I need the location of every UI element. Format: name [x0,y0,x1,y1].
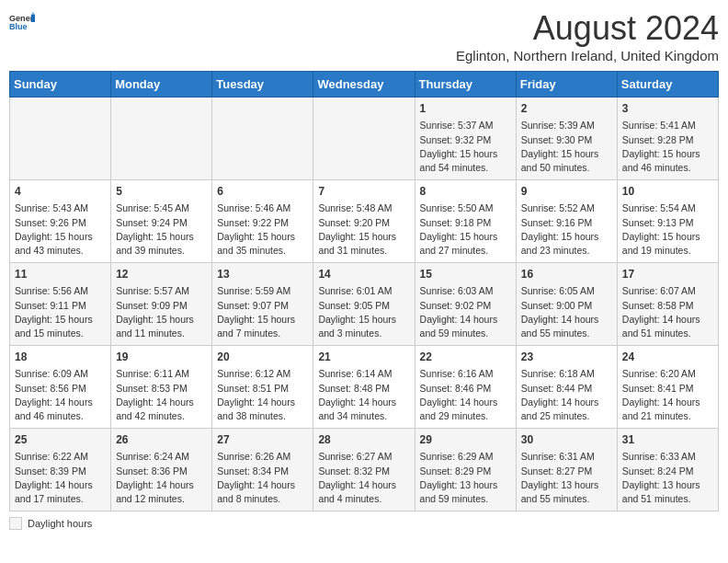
day-number: 29 [420,432,511,448]
day-cell: 5Sunrise: 5:45 AMSunset: 9:24 PMDaylight… [111,180,212,263]
day-number: 21 [318,350,409,365]
cell-info: Sunrise: 5:54 AMSunset: 9:13 PMDaylight:… [622,202,700,256]
day-cell [313,98,415,180]
day-cell: 6Sunrise: 5:46 AMSunset: 9:22 PMDaylight… [212,180,313,263]
cell-info: Sunrise: 5:43 AMSunset: 9:26 PMDaylight:… [15,202,93,256]
week-row-2: 4Sunrise: 5:43 AMSunset: 9:26 PMDaylight… [10,180,719,263]
title-area: August 2024 Eglinton, Northern Ireland, … [456,9,719,63]
day-number: 9 [521,184,612,200]
day-cell: 31Sunrise: 6:33 AMSunset: 8:24 PMDayligh… [617,429,718,511]
day-number: 25 [15,432,106,448]
cell-info: Sunrise: 6:33 AMSunset: 8:24 PMDaylight:… [622,451,700,504]
day-cell: 7Sunrise: 5:48 AMSunset: 9:20 PMDaylight… [313,180,415,263]
daylight-label: Daylight hours [28,518,92,529]
day-number: 27 [217,432,308,448]
day-cell: 27Sunrise: 6:26 AMSunset: 8:34 PMDayligh… [212,429,313,511]
cell-info: Sunrise: 6:24 AMSunset: 8:36 PMDaylight:… [116,451,194,504]
day-number: 5 [116,184,207,200]
day-cell: 26Sunrise: 6:24 AMSunset: 8:36 PMDayligh… [111,429,212,511]
day-cell: 21Sunrise: 6:14 AMSunset: 8:48 PMDayligh… [313,346,415,429]
day-cell: 1Sunrise: 5:37 AMSunset: 9:32 PMDaylight… [415,98,516,180]
day-number: 19 [116,350,207,365]
day-number: 30 [521,432,612,448]
week-row-1: 1Sunrise: 5:37 AMSunset: 9:32 PMDaylight… [10,98,719,180]
day-cell: 29Sunrise: 6:29 AMSunset: 8:29 PMDayligh… [415,429,516,511]
day-cell: 4Sunrise: 5:43 AMSunset: 9:26 PMDaylight… [10,180,111,263]
cell-info: Sunrise: 6:07 AMSunset: 8:58 PMDaylight:… [622,285,700,339]
day-cell: 15Sunrise: 6:03 AMSunset: 9:02 PMDayligh… [415,263,516,346]
day-number: 18 [15,350,106,365]
day-number: 10 [622,184,713,200]
day-cell: 11Sunrise: 5:56 AMSunset: 9:11 PMDayligh… [10,263,111,346]
cell-info: Sunrise: 6:03 AMSunset: 9:02 PMDaylight:… [420,285,498,339]
cell-info: Sunrise: 6:05 AMSunset: 9:00 PMDaylight:… [521,285,599,339]
day-cell: 19Sunrise: 6:11 AMSunset: 8:53 PMDayligh… [111,346,212,429]
day-cell [111,98,212,180]
day-number: 3 [622,101,713,117]
day-number: 4 [15,184,106,200]
cell-info: Sunrise: 5:56 AMSunset: 9:11 PMDaylight:… [15,285,93,339]
day-cell: 10Sunrise: 5:54 AMSunset: 9:13 PMDayligh… [617,180,718,263]
day-cell: 3Sunrise: 5:41 AMSunset: 9:28 PMDaylight… [617,98,718,180]
cell-info: Sunrise: 6:29 AMSunset: 8:29 PMDaylight:… [420,451,498,504]
header: General Blue August 2024 Eglinton, North… [9,9,719,63]
day-cell: 16Sunrise: 6:05 AMSunset: 9:00 PMDayligh… [516,263,617,346]
day-number: 6 [217,184,308,200]
day-number: 17 [622,267,713,282]
week-row-5: 25Sunrise: 6:22 AMSunset: 8:39 PMDayligh… [10,429,719,511]
cell-info: Sunrise: 5:39 AMSunset: 9:30 PMDaylight:… [521,120,599,173]
day-header-tuesday: Tuesday [212,72,313,98]
day-cell: 25Sunrise: 6:22 AMSunset: 8:39 PMDayligh… [10,429,111,511]
week-row-3: 11Sunrise: 5:56 AMSunset: 9:11 PMDayligh… [10,263,719,346]
logo: General Blue [9,9,35,35]
cell-info: Sunrise: 6:18 AMSunset: 8:44 PMDaylight:… [521,368,599,421]
day-cell: 20Sunrise: 6:12 AMSunset: 8:51 PMDayligh… [212,346,313,429]
day-number: 23 [521,350,612,365]
day-cell: 14Sunrise: 6:01 AMSunset: 9:05 PMDayligh… [313,263,415,346]
day-number: 26 [116,432,207,448]
day-cell: 2Sunrise: 5:39 AMSunset: 9:30 PMDaylight… [516,98,617,180]
cell-info: Sunrise: 5:57 AMSunset: 9:09 PMDaylight:… [116,285,194,339]
month-title: August 2024 [456,9,719,48]
day-cell: 24Sunrise: 6:20 AMSunset: 8:41 PMDayligh… [617,346,718,429]
day-cell [212,98,313,180]
cell-info: Sunrise: 5:59 AMSunset: 9:07 PMDaylight:… [217,285,295,339]
day-number: 13 [217,267,308,282]
day-number: 15 [420,267,511,282]
cell-info: Sunrise: 6:14 AMSunset: 8:48 PMDaylight:… [318,368,396,421]
day-cell: 12Sunrise: 5:57 AMSunset: 9:09 PMDayligh… [111,263,212,346]
day-number: 7 [318,184,409,200]
cell-info: Sunrise: 6:16 AMSunset: 8:46 PMDaylight:… [420,368,498,421]
day-number: 1 [420,101,511,117]
header-row: SundayMondayTuesdayWednesdayThursdayFrid… [10,72,719,98]
cell-info: Sunrise: 5:50 AMSunset: 9:18 PMDaylight:… [420,202,498,256]
day-cell: 30Sunrise: 6:31 AMSunset: 8:27 PMDayligh… [516,429,617,511]
cell-info: Sunrise: 6:22 AMSunset: 8:39 PMDaylight:… [15,451,93,504]
cell-info: Sunrise: 5:46 AMSunset: 9:22 PMDaylight:… [217,202,295,256]
cell-info: Sunrise: 6:09 AMSunset: 8:56 PMDaylight:… [15,368,93,421]
day-cell: 23Sunrise: 6:18 AMSunset: 8:44 PMDayligh… [516,346,617,429]
day-cell: 22Sunrise: 6:16 AMSunset: 8:46 PMDayligh… [415,346,516,429]
day-number: 2 [521,101,612,117]
day-header-thursday: Thursday [415,72,516,98]
day-header-sunday: Sunday [10,72,111,98]
svg-text:Blue: Blue [9,22,28,31]
cell-info: Sunrise: 5:41 AMSunset: 9:28 PMDaylight:… [622,120,700,173]
day-header-monday: Monday [111,72,212,98]
day-header-friday: Friday [516,72,617,98]
footer: Daylight hours [9,517,719,530]
day-number: 24 [622,350,713,365]
svg-marker-2 [31,15,35,22]
day-cell: 17Sunrise: 6:07 AMSunset: 8:58 PMDayligh… [617,263,718,346]
day-number: 16 [521,267,612,282]
cell-info: Sunrise: 6:12 AMSunset: 8:51 PMDaylight:… [217,368,295,421]
day-cell: 18Sunrise: 6:09 AMSunset: 8:56 PMDayligh… [10,346,111,429]
day-number: 20 [217,350,308,365]
location-subtitle: Eglinton, Northern Ireland, United Kingd… [456,48,719,63]
cell-info: Sunrise: 6:27 AMSunset: 8:32 PMDaylight:… [318,451,396,504]
day-cell: 13Sunrise: 5:59 AMSunset: 9:07 PMDayligh… [212,263,313,346]
day-cell: 8Sunrise: 5:50 AMSunset: 9:18 PMDaylight… [415,180,516,263]
day-number: 12 [116,267,207,282]
cell-info: Sunrise: 6:01 AMSunset: 9:05 PMDaylight:… [318,285,396,339]
day-cell: 9Sunrise: 5:52 AMSunset: 9:16 PMDaylight… [516,180,617,263]
